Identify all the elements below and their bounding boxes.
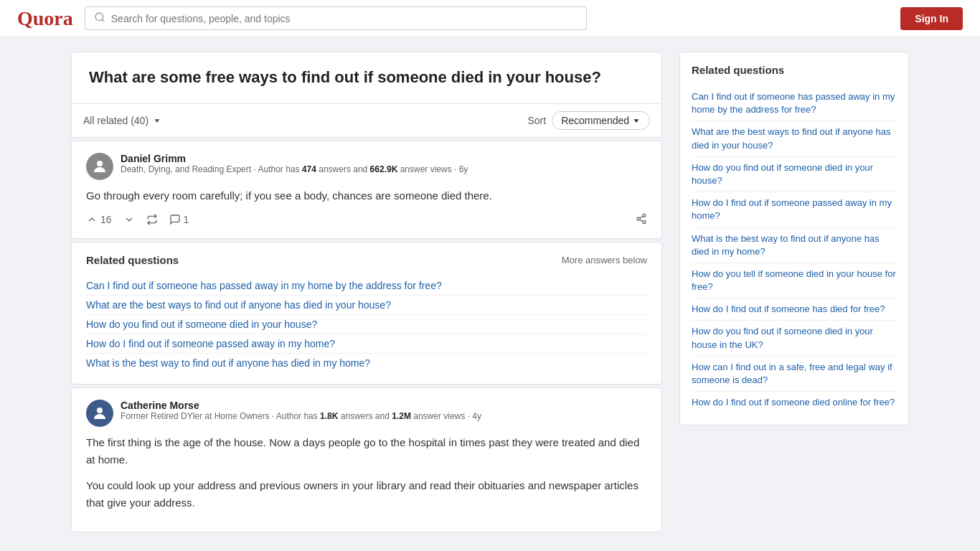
related-questions-header: Related questions More answers below bbox=[86, 254, 647, 266]
avatar bbox=[86, 400, 113, 427]
avatar bbox=[86, 153, 113, 180]
sort-label: Sort bbox=[527, 115, 546, 126]
search-bar bbox=[85, 6, 587, 30]
svg-point-2 bbox=[97, 161, 103, 166]
author-name[interactable]: Daniel Grimm bbox=[121, 153, 647, 164]
header: Quora Sign In bbox=[0, 0, 980, 37]
related-questions-content: Related questions More answers below Can… bbox=[71, 242, 662, 385]
author-meta: Death, Dying, and Reading Expert · Autho… bbox=[121, 164, 647, 174]
chevron-down-icon: ▼ bbox=[153, 117, 161, 124]
search-icon bbox=[94, 11, 105, 25]
sidebar-related-heading: Related questions bbox=[692, 64, 897, 76]
author-info: Daniel Grimm Death, Dying, and Reading E… bbox=[121, 153, 647, 174]
upvote-button[interactable]: 16 bbox=[86, 214, 112, 225]
svg-point-3 bbox=[643, 214, 646, 217]
sidebar-related-box: Related questions Can I find out if some… bbox=[679, 52, 909, 425]
sidebar-related-link[interactable]: How do I find out if someone passed away… bbox=[692, 192, 897, 227]
filter-bar: All related (40) ▼ Sort Recommended ▼ bbox=[71, 104, 662, 138]
sidebar-related-link[interactable]: How do you find out if someone died in y… bbox=[692, 321, 897, 356]
sidebar-related-link[interactable]: How do I find out if someone died online… bbox=[692, 392, 897, 413]
related-link[interactable]: Can I find out if someone has passed awa… bbox=[86, 276, 647, 296]
more-answers-label: More answers below bbox=[562, 255, 647, 265]
downvote-button[interactable] bbox=[123, 214, 135, 225]
answer-text-1: The first thing is the age of the house.… bbox=[86, 434, 647, 468]
main-layout: What are some free ways to find out if s… bbox=[60, 37, 920, 550]
answer-card: Daniel Grimm Death, Dying, and Reading E… bbox=[71, 141, 662, 239]
related-questions-heading: Related questions bbox=[86, 254, 179, 266]
author-meta: Former Retired DYler at Home Owners · Au… bbox=[121, 411, 647, 421]
author-row: Catherine Morse Former Retired DYler at … bbox=[86, 400, 647, 427]
sort-area: Sort Recommended ▼ bbox=[527, 111, 650, 130]
svg-line-1 bbox=[102, 19, 104, 22]
answer-text: Go through every room carefully; if you … bbox=[86, 187, 647, 204]
answer-text-2: You could look up your address and previ… bbox=[86, 477, 647, 512]
svg-point-5 bbox=[643, 220, 646, 223]
content-area: What are some free ways to find out if s… bbox=[71, 52, 662, 535]
share-button[interactable] bbox=[636, 213, 647, 227]
quora-logo[interactable]: Quora bbox=[17, 7, 73, 30]
question-title: What are some free ways to find out if s… bbox=[89, 67, 644, 89]
related-link[interactable]: How do you find out if someone died in y… bbox=[86, 315, 647, 334]
answer-card: Catherine Morse Former Retired DYler at … bbox=[71, 387, 662, 532]
sign-in-button[interactable]: Sign In bbox=[900, 7, 963, 30]
sidebar-related-link[interactable]: How do you tell if someone died in your … bbox=[692, 263, 897, 298]
svg-line-6 bbox=[640, 220, 644, 222]
svg-point-0 bbox=[95, 13, 103, 21]
related-link[interactable]: What is the best way to find out if anyo… bbox=[86, 354, 647, 372]
sidebar-related-link[interactable]: What are the best ways to find out if an… bbox=[692, 121, 897, 156]
svg-point-8 bbox=[97, 408, 103, 413]
all-related-label: All related (40) bbox=[83, 115, 149, 126]
upvote-count: 16 bbox=[100, 214, 112, 225]
sidebar-related-link[interactable]: How do you find out if someone died in y… bbox=[692, 157, 897, 192]
search-input[interactable] bbox=[111, 13, 578, 24]
question-box: What are some free ways to find out if s… bbox=[71, 52, 662, 104]
svg-point-4 bbox=[637, 217, 640, 220]
share-reshare-button[interactable] bbox=[146, 214, 158, 225]
author-name[interactable]: Catherine Morse bbox=[121, 400, 647, 411]
related-link[interactable]: How do I find out if someone passed away… bbox=[86, 334, 647, 354]
author-row: Daniel Grimm Death, Dying, and Reading E… bbox=[86, 153, 647, 180]
svg-line-7 bbox=[640, 216, 644, 218]
related-link[interactable]: What are the best ways to find out if an… bbox=[86, 296, 647, 315]
comment-button[interactable]: 1 bbox=[169, 214, 189, 225]
sidebar-related-link[interactable]: What is the best way to find out if anyo… bbox=[692, 228, 897, 263]
sidebar-related-link[interactable]: Can I find out if someone has passed awa… bbox=[692, 86, 897, 121]
vote-row: 16 1 bbox=[86, 213, 647, 227]
sidebar-related-link[interactable]: How can I find out in a safe, free and l… bbox=[692, 357, 897, 392]
all-related-dropdown[interactable]: All related (40) ▼ bbox=[83, 115, 161, 126]
author-info: Catherine Morse Former Retired DYler at … bbox=[121, 400, 647, 421]
recommended-button[interactable]: Recommended ▼ bbox=[552, 111, 650, 130]
sidebar-related-link[interactable]: How do I find out if someone has died fo… bbox=[692, 298, 897, 321]
chevron-down-icon: ▼ bbox=[632, 117, 641, 124]
comment-count: 1 bbox=[184, 214, 189, 225]
recommended-label: Recommended bbox=[561, 115, 629, 126]
right-sidebar: Related questions Can I find out if some… bbox=[679, 52, 909, 535]
